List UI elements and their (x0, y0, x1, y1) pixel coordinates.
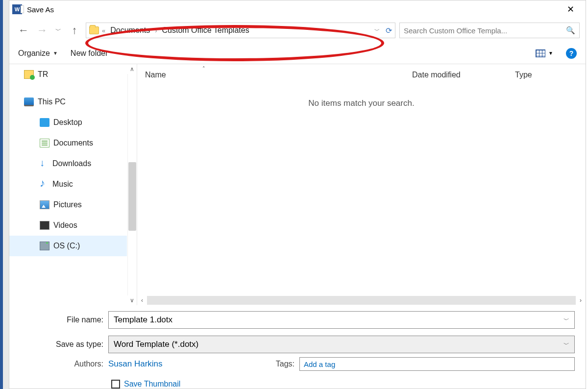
caret-down-icon: ▼ (548, 50, 553, 56)
chevron-down-icon[interactable]: ﹀ (564, 316, 569, 324)
tree-item-os-c[interactable]: OS (C:) (9, 236, 137, 256)
tree-item-documents[interactable]: Documents (9, 133, 137, 153)
recent-locations-dropdown[interactable]: ﹀ (53, 26, 63, 35)
new-folder-label: New folder (71, 49, 108, 58)
filename-value: Template 1.dotx (114, 315, 564, 325)
pictures-icon (40, 200, 49, 209)
column-date[interactable]: Date modified (404, 71, 507, 79)
tree-label: Downloads (52, 159, 91, 168)
folder-tree[interactable]: TR This PC Desktop Documents Downloads ♪… (9, 64, 137, 305)
tags-placeholder: Add a tag (304, 360, 335, 368)
column-name[interactable]: Name ˄ (137, 71, 404, 79)
tree-label: Desktop (53, 118, 82, 127)
column-name-label: Name (145, 71, 166, 79)
address-dropdown-icon[interactable]: ﹀ (371, 27, 383, 34)
word-app-icon: W (12, 4, 22, 14)
pc-icon (24, 97, 34, 106)
view-options-button[interactable]: ▼ (536, 49, 553, 57)
titlebar: W Save As ✕ (9, 0, 586, 18)
search-placeholder: Search Custom Office Templa... (404, 26, 566, 35)
tree-label: Music (52, 180, 73, 189)
organize-button[interactable]: Organize ▼ (18, 49, 58, 58)
address-seg-custom-templates[interactable]: Custom Office Templates (160, 26, 251, 35)
organize-label: Organize (18, 49, 50, 58)
sort-asc-icon: ˄ (202, 66, 205, 72)
folder-synced-icon (24, 70, 34, 79)
tree-item-desktop[interactable]: Desktop (9, 112, 137, 133)
column-type[interactable]: Type (507, 71, 586, 79)
scroll-down-icon[interactable]: ∨ (130, 295, 134, 305)
toolbar: Organize ▼ New folder ▼ ? (9, 43, 586, 64)
tree-item-pictures[interactable]: Pictures (9, 194, 137, 215)
scroll-up-icon[interactable]: ∧ (130, 64, 134, 74)
view-grid-icon (536, 49, 545, 57)
navigation-row: ← → ﹀ ↑ « Documents › Custom Office Temp… (9, 18, 586, 43)
empty-text: No items match your search. (308, 98, 414, 108)
author-link[interactable]: Susan Harkins (108, 359, 245, 369)
downloads-icon (40, 159, 49, 168)
save-as-dialog: W Save As ✕ ← → ﹀ ↑ « Documents › Custom… (9, 0, 586, 389)
dialog-title: Save As (27, 5, 54, 14)
tree-label: Videos (53, 221, 77, 230)
caret-down-icon: ▼ (53, 50, 58, 56)
tree-item-videos[interactable]: Videos (9, 215, 137, 236)
new-folder-button[interactable]: New folder (71, 49, 108, 58)
save-form: File name: Template 1.dotx ﹀ Save as typ… (9, 305, 586, 353)
main-area: TR This PC Desktop Documents Downloads ♪… (9, 64, 586, 305)
forward-button[interactable]: → (35, 23, 49, 38)
scroll-thumb[interactable] (128, 162, 136, 231)
tree-label: OS (C:) (53, 242, 80, 250)
folder-icon (89, 26, 99, 34)
documents-icon (40, 139, 49, 147)
address-overflow-icon[interactable]: « (102, 27, 105, 34)
tree-label: This PC (38, 97, 66, 106)
music-icon: ♪ (40, 180, 49, 189)
address-seg-documents[interactable]: Documents (108, 26, 152, 35)
search-icon[interactable]: 🔍 (566, 26, 575, 35)
app-left-edge (0, 0, 9, 389)
save-thumbnail-row[interactable]: Save Thumbnail (9, 371, 586, 389)
save-type-label: Save as type: (27, 340, 108, 349)
tree-label: Documents (53, 139, 93, 147)
tree-item-downloads[interactable]: Downloads (9, 153, 137, 174)
desktop-icon (40, 118, 49, 127)
close-button[interactable]: ✕ (559, 1, 582, 17)
tree-item-tr[interactable]: TR (9, 64, 137, 85)
tree-item-music[interactable]: ♪ Music (9, 174, 137, 194)
save-thumbnail-label: Save Thumbnail (124, 380, 180, 389)
refresh-icon[interactable]: ⟳ (386, 26, 392, 35)
scroll-left-icon[interactable]: ‹ (137, 297, 147, 304)
up-button[interactable]: ↑ (67, 23, 82, 38)
column-headers: Name ˄ Date modified Type (137, 64, 586, 86)
tree-item-this-pc[interactable]: This PC (9, 92, 137, 112)
empty-state: No items match your search. (137, 86, 586, 295)
metadata-row: Authors: Susan Harkins Tags: Add a tag (9, 353, 586, 371)
tags-input[interactable]: Add a tag (299, 357, 575, 371)
address-bar[interactable]: « Documents › Custom Office Templates ﹀ … (86, 23, 395, 38)
save-type-combo[interactable]: Word Template (*.dotx) ﹀ (108, 336, 575, 353)
file-list-panel: Name ˄ Date modified Type No items match… (137, 64, 586, 305)
save-type-value: Word Template (*.dotx) (114, 340, 564, 349)
help-button[interactable]: ? (566, 48, 577, 59)
chevron-right-icon[interactable]: › (155, 27, 157, 34)
videos-icon (40, 221, 49, 230)
list-hscrollbar[interactable]: ‹ › (137, 295, 586, 305)
authors-label: Authors: (27, 360, 108, 368)
chevron-down-icon[interactable]: ﹀ (564, 340, 569, 349)
back-button[interactable]: ← (16, 23, 31, 38)
tags-label: Tags: (245, 360, 299, 368)
save-thumbnail-checkbox[interactable] (111, 380, 120, 389)
drive-icon (40, 242, 49, 250)
search-box[interactable]: Search Custom Office Templa... 🔍 (399, 23, 580, 38)
filename-label: File name: (27, 316, 108, 324)
tree-label: Pictures (53, 200, 82, 209)
tree-label: TR (38, 70, 48, 79)
filename-combo[interactable]: Template 1.dotx ﹀ (108, 311, 575, 329)
scroll-right-icon[interactable]: › (576, 297, 586, 304)
